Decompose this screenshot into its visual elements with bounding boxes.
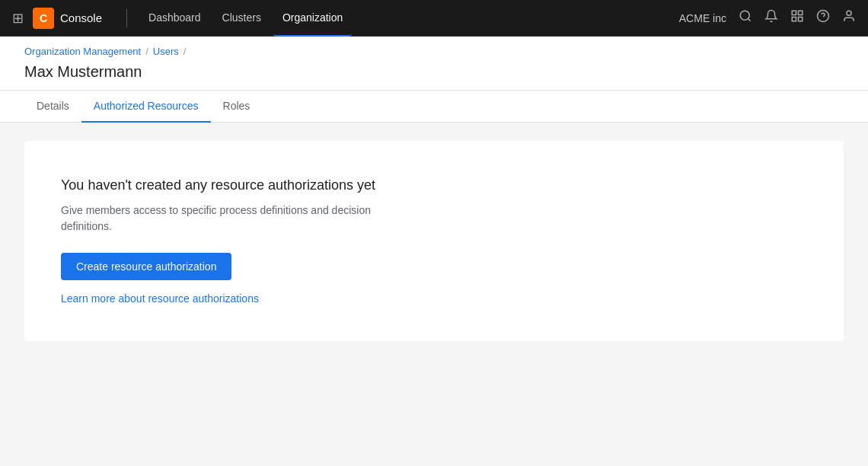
logo-link[interactable]: C Console — [33, 8, 102, 29]
create-resource-authorization-button[interactable]: Create resource authorization — [61, 253, 231, 280]
apps-icon[interactable] — [790, 9, 804, 27]
help-icon[interactable] — [816, 9, 830, 27]
nav-link-dashboard[interactable]: Dashboard — [139, 0, 210, 37]
learn-more-link[interactable]: Learn more about resource authorizations — [61, 292, 807, 305]
user-icon[interactable] — [842, 9, 856, 27]
svg-point-0 — [740, 11, 749, 20]
top-navigation: ⊞ C Console Dashboard Clusters Organizat… — [0, 0, 868, 37]
org-name: ACME inc — [679, 12, 726, 24]
logo-text: Console — [60, 11, 102, 24]
svg-rect-2 — [792, 11, 796, 14]
nav-link-clusters[interactable]: Clusters — [213, 0, 270, 37]
empty-state-title: You haven't created any resource authori… — [61, 177, 807, 193]
nav-link-organization[interactable]: Organization — [273, 0, 352, 37]
page-title: Max Mustermann — [24, 63, 844, 90]
breadcrumb: Organization Management / Users / — [24, 46, 844, 57]
nav-divider — [126, 9, 127, 27]
nav-links: Dashboard Clusters Organization — [139, 0, 679, 37]
breadcrumb-sep-1: / — [145, 46, 148, 57]
tabs-bar: Details Authorized Resources Roles — [0, 91, 868, 123]
search-icon[interactable] — [739, 9, 752, 27]
breadcrumb-org-management[interactable]: Organization Management — [24, 46, 141, 57]
tab-authorized-resources[interactable]: Authorized Resources — [81, 91, 211, 123]
svg-rect-3 — [799, 11, 803, 14]
logo-box: C — [33, 8, 54, 29]
grid-menu-icon[interactable]: ⊞ — [12, 10, 24, 27]
breadcrumb-area: Organization Management / Users / Max Mu… — [0, 37, 868, 91]
tab-roles[interactable]: Roles — [211, 91, 263, 123]
main-content: You haven't created any resource authori… — [0, 123, 868, 359]
breadcrumb-sep-2: / — [183, 46, 187, 57]
empty-state-card: You haven't created any resource authori… — [24, 141, 844, 341]
svg-point-8 — [847, 11, 851, 15]
nav-right-area: ACME inc — [679, 9, 856, 27]
svg-rect-5 — [799, 18, 803, 21]
empty-state-description: Give members access to specific process … — [61, 203, 381, 235]
svg-line-1 — [748, 18, 750, 21]
bell-icon[interactable] — [764, 9, 778, 27]
svg-rect-4 — [792, 18, 796, 21]
tab-details[interactable]: Details — [24, 91, 81, 123]
breadcrumb-users[interactable]: Users — [153, 46, 179, 57]
